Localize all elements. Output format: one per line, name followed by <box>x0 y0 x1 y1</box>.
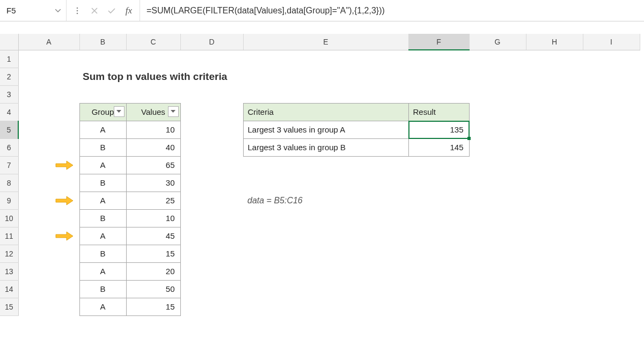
result-header-result[interactable]: Result <box>408 103 469 121</box>
cell[interactable] <box>408 227 469 245</box>
cell[interactable] <box>469 156 526 174</box>
cell[interactable] <box>583 156 640 174</box>
table-row[interactable]: A <box>79 262 126 280</box>
cell[interactable] <box>180 262 243 280</box>
cancel-icon[interactable] <box>87 3 102 18</box>
cell[interactable] <box>526 227 583 245</box>
cell[interactable] <box>469 121 526 138</box>
table-row[interactable]: 30 <box>126 174 180 192</box>
table-row[interactable]: B <box>79 245 126 262</box>
col-header-G[interactable]: G <box>469 34 526 50</box>
cell[interactable] <box>469 209 526 227</box>
row-header-6[interactable]: 6 <box>0 138 18 156</box>
cell[interactable] <box>408 298 469 315</box>
cell[interactable] <box>180 138 243 156</box>
cell[interactable] <box>408 50 469 68</box>
cell[interactable] <box>18 280 79 298</box>
cell[interactable] <box>243 174 408 192</box>
cell[interactable] <box>526 103 583 121</box>
cell[interactable] <box>180 174 243 192</box>
cell[interactable] <box>18 50 79 68</box>
table-row[interactable]: B <box>79 174 126 192</box>
cell[interactable] <box>469 85 526 103</box>
data-header-group[interactable]: Group <box>79 103 126 121</box>
cell[interactable] <box>583 192 640 209</box>
col-header-I[interactable]: I <box>583 34 640 50</box>
cell[interactable] <box>408 85 469 103</box>
cell[interactable] <box>18 209 79 227</box>
formula-input[interactable]: =SUM(LARGE(FILTER(data[Values],data[Grou… <box>140 0 644 21</box>
cell[interactable] <box>126 85 180 103</box>
cell[interactable] <box>526 298 583 315</box>
data-header-values[interactable]: Values <box>126 103 180 121</box>
cell[interactable] <box>243 156 408 174</box>
cell[interactable] <box>469 68 526 85</box>
cell[interactable] <box>469 174 526 192</box>
filter-dropdown-icon[interactable] <box>114 106 125 117</box>
row-header-9[interactable]: 9 <box>0 192 18 209</box>
cell[interactable] <box>408 245 469 262</box>
cell[interactable] <box>243 262 408 280</box>
col-header-D[interactable]: D <box>180 34 243 50</box>
cell[interactable] <box>126 50 180 68</box>
cell[interactable] <box>469 138 526 156</box>
cell[interactable] <box>469 192 526 209</box>
chevron-down-icon[interactable] <box>53 9 63 12</box>
cell[interactable] <box>583 174 640 192</box>
result-header-criteria[interactable]: Criteria <box>243 103 408 121</box>
result-criteria[interactable]: Largest 3 values in group A <box>243 121 408 138</box>
cell[interactable] <box>526 280 583 298</box>
table-row[interactable]: A <box>79 192 126 209</box>
row-header-1[interactable]: 1 <box>0 50 18 68</box>
cell[interactable] <box>526 50 583 68</box>
select-all-corner[interactable] <box>0 34 18 50</box>
row-header-8[interactable]: 8 <box>0 174 18 192</box>
cell[interactable] <box>408 68 469 85</box>
filter-dropdown-icon[interactable] <box>168 106 179 117</box>
result-criteria[interactable]: Largest 3 values in group B <box>243 138 408 156</box>
table-row[interactable]: B <box>79 280 126 298</box>
cell[interactable] <box>180 192 243 209</box>
table-row[interactable]: 10 <box>126 121 180 138</box>
cell[interactable] <box>583 245 640 262</box>
cell[interactable] <box>526 209 583 227</box>
table-row[interactable]: A <box>79 298 126 315</box>
cell[interactable] <box>583 280 640 298</box>
row-header-7[interactable]: 7 <box>0 156 18 174</box>
cell[interactable] <box>526 174 583 192</box>
selected-cell[interactable]: 135 <box>408 121 469 138</box>
cell[interactable] <box>180 50 243 68</box>
table-row[interactable]: 65 <box>126 156 180 174</box>
col-header-C[interactable]: C <box>126 34 180 50</box>
cell[interactable] <box>180 227 243 245</box>
row-header-2[interactable]: 2 <box>0 68 18 85</box>
cell[interactable] <box>79 50 126 68</box>
cell[interactable] <box>583 68 640 85</box>
ellipsis-icon[interactable] <box>70 3 85 18</box>
cell[interactable] <box>469 227 526 245</box>
table-row[interactable]: 20 <box>126 262 180 280</box>
row-header-3[interactable]: 3 <box>0 85 18 103</box>
cell[interactable] <box>18 245 79 262</box>
row-header-13[interactable]: 13 <box>0 262 18 280</box>
cell[interactable] <box>469 50 526 68</box>
cell[interactable] <box>583 298 640 315</box>
cell[interactable] <box>243 209 408 227</box>
cell[interactable] <box>526 138 583 156</box>
col-header-F[interactable]: F <box>408 34 469 50</box>
cell[interactable] <box>526 192 583 209</box>
cell[interactable] <box>408 192 469 209</box>
cell[interactable] <box>469 262 526 280</box>
table-row[interactable]: 15 <box>126 298 180 315</box>
cell[interactable] <box>180 103 243 121</box>
table-row[interactable]: B <box>79 138 126 156</box>
row-header-11[interactable]: 11 <box>0 227 18 245</box>
col-header-A[interactable]: A <box>18 34 79 50</box>
cell[interactable] <box>180 209 243 227</box>
cell[interactable] <box>408 262 469 280</box>
result-value[interactable]: 145 <box>408 138 469 156</box>
cell[interactable] <box>243 280 408 298</box>
table-row[interactable]: A <box>79 121 126 138</box>
cell[interactable] <box>180 245 243 262</box>
row-header-4[interactable]: 4 <box>0 103 18 121</box>
